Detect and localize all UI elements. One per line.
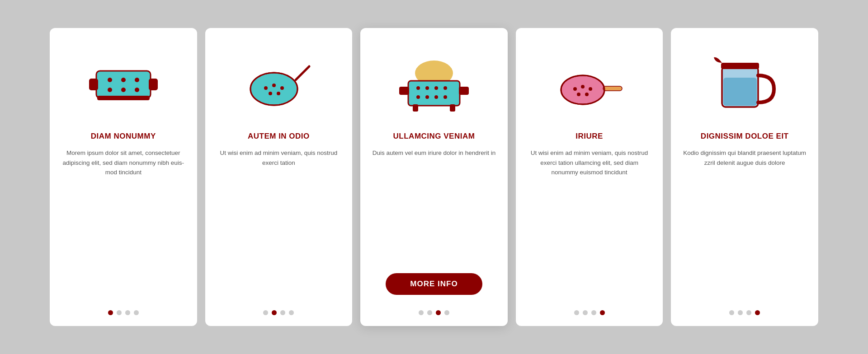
cards-container: DIAM NONUMMY Morem ipsum dolor sit amet,…: [50, 28, 818, 326]
svg-point-26: [434, 95, 438, 99]
svg-rect-38: [603, 86, 622, 91]
dot-4: [755, 310, 760, 315]
card-5-body: Kodio dignissim qui blandit praesent lup…: [682, 148, 807, 297]
dot-2: [738, 310, 743, 315]
card-ullamcing-veniam: ULLAMCING VENIAM Duis autem vel eum iriu…: [360, 28, 508, 326]
card-iriure: IRIURE Ut wisi enim ad minim veniam, qui…: [516, 28, 663, 326]
card-icon-small-strainer: [527, 42, 652, 123]
svg-rect-29: [459, 87, 469, 95]
card-icon-pitcher: [682, 42, 807, 123]
svg-point-22: [434, 86, 438, 90]
svg-point-21: [425, 86, 429, 90]
dot-1: [574, 310, 579, 315]
dot-3: [746, 310, 751, 315]
card-3-title: ULLAMCING VENIAM: [393, 132, 475, 141]
card-5-dots: [729, 306, 760, 315]
card-2-dots: [263, 306, 294, 315]
card-4-body: Ut wisi enim ad minim veniam, quis nostr…: [527, 148, 652, 297]
svg-point-27: [443, 95, 447, 99]
svg-point-1: [108, 78, 112, 82]
card-4-dots: [574, 306, 605, 315]
card-5-title: DIGNISSIM DOLOE EIT: [701, 132, 789, 141]
card-2-body: Ut wisi enim ad minim veniam, quis nostr…: [216, 148, 342, 297]
svg-rect-41: [723, 78, 757, 106]
svg-point-23: [443, 86, 447, 90]
svg-rect-19: [408, 81, 460, 106]
card-3-dots: [419, 306, 449, 315]
dot-4: [444, 310, 449, 315]
card-4-title: IRIURE: [576, 132, 603, 141]
svg-point-6: [135, 88, 139, 92]
card-1-body: Morem ipsum dolor sit amet, consectetuer…: [61, 148, 186, 297]
card-dignissim: DIGNISSIM DOLOE EIT Kodio dignissim qui …: [671, 28, 818, 326]
svg-rect-0: [96, 71, 151, 98]
svg-rect-9: [97, 96, 150, 100]
card-2-title: AUTEM IN ODIO: [248, 132, 310, 141]
svg-point-12: [272, 84, 276, 87]
svg-rect-31: [450, 104, 455, 112]
dot-1: [419, 310, 424, 315]
dot-2: [117, 310, 122, 315]
dot-2: [427, 310, 432, 315]
svg-line-16: [296, 66, 309, 80]
svg-rect-8: [149, 79, 157, 90]
dot-3: [436, 310, 441, 315]
dot-3: [280, 310, 285, 315]
dot-2: [272, 310, 277, 315]
dot-1: [108, 310, 113, 315]
card-icon-roasting-pan: [61, 42, 186, 123]
card-icon-strainer-full: [371, 42, 497, 123]
card-diam-nonummy: DIAM NONUMMY Morem ipsum dolor sit amet,…: [50, 28, 197, 326]
more-info-button[interactable]: MORE INFO: [386, 273, 482, 295]
svg-point-24: [416, 95, 420, 99]
svg-point-36: [577, 93, 580, 96]
svg-point-4: [108, 88, 112, 92]
svg-rect-28: [399, 87, 409, 95]
svg-rect-7: [90, 79, 98, 90]
svg-rect-30: [413, 104, 418, 112]
svg-point-3: [135, 78, 139, 82]
card-icon-ladle: [216, 42, 342, 123]
svg-point-11: [264, 86, 268, 90]
svg-point-35: [589, 87, 592, 91]
dot-4: [134, 310, 139, 315]
svg-point-20: [416, 86, 420, 90]
svg-point-34: [581, 85, 585, 88]
dot-1: [263, 310, 268, 315]
card-1-dots: [108, 306, 139, 315]
dot-2: [583, 310, 588, 315]
dot-4: [289, 310, 294, 315]
svg-point-5: [121, 88, 126, 92]
dot-3: [591, 310, 596, 315]
svg-point-13: [280, 86, 284, 90]
card-autem-in-odio: AUTEM IN ODIO Ut wisi enim ad minim veni…: [205, 28, 353, 326]
card-1-title: DIAM NONUMMY: [91, 132, 156, 141]
svg-point-25: [425, 95, 429, 99]
svg-point-37: [585, 93, 589, 96]
svg-point-14: [269, 92, 272, 95]
dot-3: [125, 310, 130, 315]
svg-point-33: [573, 87, 577, 91]
svg-point-2: [121, 78, 126, 82]
card-3-body: Duis autem vel eum iriure dolor in hendr…: [373, 148, 495, 264]
dot-4: [600, 310, 605, 315]
dot-1: [729, 310, 734, 315]
svg-point-15: [277, 92, 280, 95]
